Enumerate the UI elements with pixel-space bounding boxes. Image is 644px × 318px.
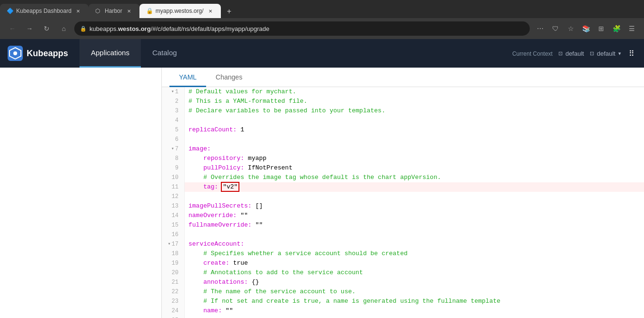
- line-num-8: 8: [175, 154, 178, 163]
- new-tab-button[interactable]: +: [223, 5, 236, 18]
- tab-favicon-1: 🔷: [7, 8, 13, 14]
- line-num-20: 20: [172, 268, 178, 278]
- nav-right: Current Context ⊡ default ⊡ default ▾ ⠿: [512, 47, 636, 60]
- line-num-14: 14: [172, 211, 178, 220]
- security-lock-icon: 🔒: [80, 26, 87, 32]
- line-gutter-24: 24: [162, 306, 185, 316]
- line-content-7: image:: [185, 144, 215, 154]
- line-content-1: # Default values for mychart.: [185, 87, 300, 97]
- line-content-15: fullnameOverride: "": [185, 220, 267, 230]
- comment-text-2: # This is a YAML-formatted file.: [188, 98, 307, 105]
- key-text-5: replicaCount:: [188, 126, 240, 133]
- val-text-14: "": [240, 212, 248, 219]
- browser-tab-2[interactable]: ⬡ Harbor ✕: [89, 4, 139, 18]
- line-num-21: 21: [172, 278, 178, 287]
- line-num-19: 19: [172, 258, 178, 268]
- val-text-15: "": [255, 221, 263, 229]
- bookmark-star-button[interactable]: ☆: [564, 22, 577, 35]
- line-content-19: create: true: [185, 258, 252, 268]
- code-line-15: 15fullnameOverride: "": [162, 220, 644, 230]
- browser-tab-1[interactable]: 🔷 Kubeapps Dashboard ✕: [0, 4, 89, 18]
- bookmark-shield-button[interactable]: 🛡: [549, 22, 562, 35]
- context-chevron-icon: ▾: [618, 50, 621, 57]
- tab-close-3[interactable]: ✕: [207, 7, 214, 15]
- logo-area: Kubeapps: [8, 46, 68, 61]
- back-button[interactable]: ←: [6, 22, 19, 35]
- fold-arrow-17[interactable]: ▾: [166, 239, 171, 249]
- refresh-button[interactable]: ↻: [40, 22, 53, 35]
- line-num-5: 5: [175, 125, 178, 135]
- browser-actions: ⋯ 🛡 ☆ 📚 ⊞ 🧩 ☰: [534, 22, 638, 35]
- tab-favicon-3: 🔒: [146, 8, 153, 14]
- menu-button[interactable]: ☰: [625, 22, 638, 35]
- line-gutter-7: ▾7: [162, 144, 185, 154]
- tab-changes[interactable]: Changes: [206, 68, 252, 87]
- line-content-21: annotations: {}: [185, 278, 263, 287]
- line-content-5: replicaCount: 1: [185, 125, 248, 135]
- fold-arrow-1[interactable]: ▾: [169, 87, 174, 97]
- cluster-icon: ⊡: [590, 50, 594, 57]
- line-num-7: 7: [175, 144, 178, 154]
- line-content-22: # The name of the service account to use…: [185, 287, 359, 297]
- bookmarks-button[interactable]: 📚: [579, 22, 593, 35]
- key-text-13: imagePullSecrets:: [188, 202, 255, 209]
- line-gutter-14: 14: [162, 211, 185, 220]
- key-text-8: repository:: [188, 155, 248, 162]
- key-text-17: serviceAccount:: [188, 240, 244, 248]
- browser-tab-3[interactable]: 🔒 myapp.westos.org/ ✕: [139, 4, 221, 18]
- line-num-9: 9: [175, 163, 178, 173]
- context-cluster[interactable]: ⊡ default ▾: [590, 50, 621, 57]
- line-gutter-8: 8: [162, 154, 185, 163]
- line-content-10: # Overrides the image tag whose default …: [185, 173, 445, 182]
- browser-window: 🔷 Kubeapps Dashboard ✕ ⬡ Harbor ✕ 🔒 myap…: [0, 0, 644, 39]
- line-num-15: 15: [172, 220, 178, 230]
- address-bar: ← → ↻ ⌂ 🔒 kubeapps.westos.org/#/c/defaul…: [0, 18, 644, 39]
- line-num-17: 17: [172, 239, 178, 249]
- key-text-14: nameOverride:: [188, 212, 240, 219]
- tab-label-2: Harbor: [105, 8, 122, 14]
- reader-mode-button[interactable]: ⊞: [594, 22, 608, 35]
- line-gutter-1: ▾1: [162, 87, 185, 97]
- tab-yaml[interactable]: YAML: [169, 68, 206, 87]
- code-line-5: 5replicaCount: 1: [162, 125, 644, 135]
- line-gutter-17: ▾17: [162, 239, 185, 249]
- forward-button[interactable]: →: [23, 22, 36, 35]
- line-gutter-6: 6: [162, 135, 185, 144]
- code-editor[interactable]: ▾1# Default values for mychart.2# This i…: [162, 87, 644, 318]
- sidebar: [0, 68, 162, 318]
- code-line-7: ▾7image:: [162, 144, 644, 154]
- line-gutter-22: 22: [162, 287, 185, 297]
- val-text-21: {}: [252, 278, 259, 286]
- code-line-18: 18 # Specifies whether a service account…: [162, 249, 644, 258]
- top-nav: Kubeapps Applications Catalog Current Co…: [0, 39, 644, 68]
- apps-grid-button[interactable]: ⠿: [627, 47, 636, 60]
- line-num-16: 16: [172, 230, 178, 239]
- line-content-18: # Specifies whether a service account sh…: [185, 249, 411, 258]
- key-text-24: name:: [188, 307, 226, 314]
- tab-bar: 🔷 Kubeapps Dashboard ✕ ⬡ Harbor ✕ 🔒 myap…: [0, 0, 644, 18]
- nav-catalog[interactable]: Catalog: [141, 39, 188, 68]
- line-content-2: # This is a YAML-formatted file.: [185, 97, 311, 106]
- line-content-8: repository: myapp: [185, 154, 270, 163]
- key-text-19: create:: [188, 259, 233, 267]
- line-content-24: name: "": [185, 306, 237, 316]
- code-line-4: 4: [162, 116, 644, 125]
- home-button[interactable]: ⌂: [57, 22, 70, 35]
- code-line-2: 2# This is a YAML-formatted file.: [162, 97, 644, 106]
- line-num-11: 11: [172, 182, 178, 192]
- tab-close-2[interactable]: ✕: [125, 7, 133, 15]
- url-bar[interactable]: 🔒 kubeapps.westos.org/#/c/default/ns/def…: [74, 21, 530, 36]
- line-gutter-10: 10: [162, 173, 185, 182]
- more-options-button[interactable]: ⋯: [534, 22, 547, 35]
- line-gutter-12: 12: [162, 192, 185, 201]
- fold-arrow-7[interactable]: ▾: [169, 144, 174, 154]
- line-gutter-23: 23: [162, 297, 185, 306]
- editor-area: YAML Changes ▾1# Default values for mych…: [162, 68, 644, 318]
- context-namespace[interactable]: ⊡ default: [558, 50, 584, 57]
- tab-close-1[interactable]: ✕: [74, 7, 82, 15]
- code-line-20: 20 # Annotations to add to the service a…: [162, 268, 644, 278]
- code-line-19: 19 create: true: [162, 258, 644, 268]
- extension-button[interactable]: 🧩: [610, 22, 623, 35]
- code-line-14: 14nameOverride: "": [162, 211, 644, 220]
- nav-applications[interactable]: Applications: [79, 39, 141, 68]
